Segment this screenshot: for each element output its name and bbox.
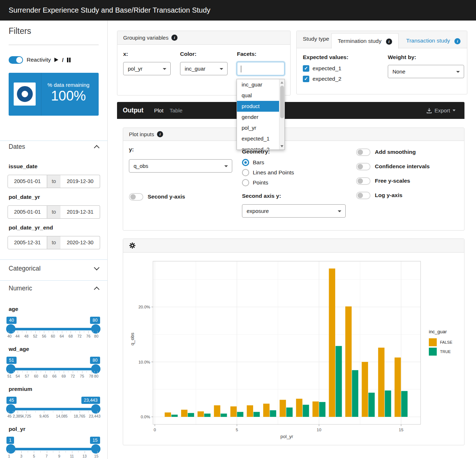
radio-icon[interactable] (242, 169, 249, 176)
slider-handle-from[interactable] (6, 324, 15, 334)
info-icon[interactable]: i (386, 39, 392, 45)
date-to-input[interactable]: 2019-12-30 (60, 175, 100, 188)
toggle-log-y-axis[interactable] (356, 192, 371, 199)
second-y-axis-toggle[interactable] (129, 193, 143, 201)
date-from-input[interactable]: 2005-01-01 (8, 175, 47, 188)
slider-handle-to[interactable] (91, 444, 100, 454)
tab-plot[interactable]: Plot (154, 102, 163, 119)
facets-input[interactable] (237, 62, 284, 75)
dropdown-scrollbar[interactable] (279, 79, 284, 150)
second-axis-y-select[interactable]: exposure (242, 204, 346, 218)
checkbox-checked-icon[interactable]: ✓ (303, 76, 309, 82)
toggle-free-y-scales[interactable] (356, 177, 371, 185)
slider-tick (88, 331, 89, 333)
scrollbar-thumb[interactable] (280, 86, 284, 118)
slider-tick-minor (53, 451, 53, 453)
chart-panel-header (123, 239, 464, 253)
toggle-confidence-intervals[interactable] (356, 163, 371, 170)
data-remaining-valuebox: % data remaining 100% (9, 73, 99, 116)
wd-age-slider[interactable]: 51 80 5154576063666972757880 (9, 357, 97, 380)
bar (368, 393, 375, 417)
geometry-radio-points[interactable]: Points (242, 179, 294, 187)
toggle-row-free-y-scales[interactable]: Free y-scales (356, 177, 430, 185)
date-from-input[interactable]: 2005-12-31 (8, 236, 47, 249)
age-slider[interactable]: 40 80 4044485256606468727680 (9, 317, 97, 340)
facet-option-qual[interactable]: qual (237, 90, 279, 101)
info-icon[interactable]: i (171, 35, 178, 41)
slider-handle-from[interactable] (6, 364, 15, 374)
radio-icon[interactable] (242, 179, 249, 186)
toggle-row-confidence-intervals[interactable]: Confidence intervals (356, 162, 430, 170)
slider-tick-label: 63 (43, 374, 48, 378)
slider-handle-from[interactable] (6, 404, 15, 414)
slider-tick-label: 64 (60, 334, 64, 338)
slider-handle-from[interactable] (6, 444, 15, 454)
geometry-radio-bars[interactable]: Bars (242, 159, 294, 166)
x-select[interactable]: pol_yr (123, 62, 171, 75)
pause-icon (67, 58, 71, 62)
second-y-axis-toggle-row[interactable]: Second y-axis (129, 193, 185, 201)
slider-track[interactable] (9, 448, 97, 450)
facet-option-product[interactable]: product (237, 101, 279, 112)
facet-option-pol-yr[interactable]: pol_yr (237, 122, 279, 133)
caret-down-icon (456, 71, 460, 73)
radio-icon[interactable] (242, 159, 249, 166)
toggle-row-add-smoothing[interactable]: Add smoothing (356, 148, 430, 156)
checkbox-checked-icon[interactable]: ✓ (303, 65, 309, 72)
bar (280, 400, 286, 417)
slider-tick-label: 80 (94, 374, 99, 378)
tab-transaction-study[interactable]: Transaction study i (406, 33, 461, 48)
caret-down-icon (338, 210, 341, 212)
color-select[interactable]: inc_guar (180, 62, 228, 75)
slider-to-badge: 23,443 (81, 397, 100, 404)
facet-option-expected-2[interactable]: expected_2 (237, 144, 279, 150)
date-to-input[interactable]: 2019-12-31 (60, 205, 100, 219)
info-icon[interactable]: i (454, 38, 461, 44)
bar (270, 410, 277, 417)
facet-option-inc-guar[interactable]: inc_guar (237, 79, 279, 90)
slider-handle-to[interactable] (91, 364, 100, 374)
date-to-input[interactable]: 2020-12-30 (60, 236, 100, 249)
y-select[interactable]: q_obs (129, 159, 232, 173)
pol-yr-slider[interactable]: 1 15 13579111315 (9, 437, 97, 459)
toggle-add-smoothing[interactable] (356, 148, 371, 156)
facet-option-gender[interactable]: gender (237, 112, 279, 122)
date-from-input[interactable]: 2005-01-01 (8, 205, 47, 219)
weight-by-select[interactable]: None (388, 65, 464, 78)
geometry-radio-lines-and-points[interactable]: Lines and Points (242, 169, 294, 177)
checkbox-row-expected-1[interactable]: ✓expected_1 (303, 65, 341, 72)
slider-track[interactable] (9, 408, 97, 410)
color-label: Color: (180, 51, 197, 57)
reactivity-toggle[interactable] (9, 56, 23, 64)
slider-tick (73, 371, 73, 373)
toggle-row-log-y-axis[interactable]: Log y-axis (356, 191, 430, 199)
play-icon (54, 58, 58, 62)
legend-swatch (429, 348, 437, 356)
gear-icon[interactable] (129, 242, 136, 249)
export-button[interactable]: Export (426, 102, 455, 119)
tab-table[interactable]: Table (170, 102, 183, 119)
checkbox-row-expected-2[interactable]: ✓expected_2 (303, 75, 341, 82)
bar (303, 405, 309, 417)
geometry-options: BarsLines and PointsPoints (242, 159, 294, 189)
slider-track[interactable] (9, 328, 97, 330)
y-label: y: (129, 146, 134, 153)
premium-slider[interactable]: 45 23,443 452,3854,7259,40514,08518,7652… (9, 397, 97, 420)
section-numeric[interactable]: Numeric (9, 285, 99, 292)
bar (319, 402, 325, 417)
checkbox-label: expected_2 (313, 76, 341, 82)
scroll-down-icon[interactable] (280, 145, 283, 147)
reactivity-control[interactable]: Reactivity / (9, 56, 71, 64)
slider-track[interactable] (9, 368, 97, 370)
facet-option-expected-1[interactable]: expected_1 (237, 133, 279, 144)
bar (395, 357, 401, 417)
section-divider (0, 280, 108, 281)
section-categorical[interactable]: Categorical (9, 265, 99, 272)
slider-tick-minor (66, 331, 67, 333)
slider-tick (9, 371, 9, 373)
section-dates[interactable]: Dates (9, 143, 99, 151)
slider-handle-to[interactable] (91, 404, 100, 414)
info-icon[interactable]: i (157, 131, 163, 137)
tab-termination-study[interactable]: Termination study i (331, 33, 399, 49)
scroll-up-icon[interactable] (280, 81, 283, 84)
